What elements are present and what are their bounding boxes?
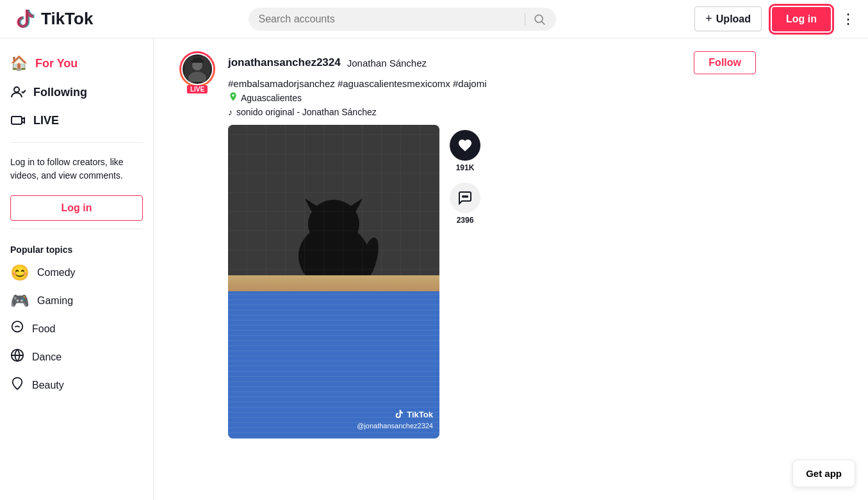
- search-input[interactable]: [259, 13, 517, 25]
- video-sound: ♪ sonido original - Jonathan Sánchez: [228, 107, 756, 117]
- live-badge: LIVE: [187, 85, 208, 93]
- more-button[interactable]: ⋮: [841, 11, 855, 28]
- author-username[interactable]: jonathansanchez2324: [228, 56, 341, 69]
- avatar-person-icon: [184, 56, 210, 82]
- topic-gaming-label: Gaming: [37, 295, 73, 307]
- music-note-icon: ♪: [228, 107, 233, 117]
- video-location: Aguascalientes: [228, 92, 756, 104]
- header-actions: + Upload Log in ⋮: [676, 6, 855, 31]
- plus-icon: +: [705, 12, 712, 26]
- topic-food-label: Food: [32, 323, 55, 335]
- more-icon: ⋮: [841, 11, 855, 28]
- sidebar-item-following[interactable]: Following: [0, 78, 153, 106]
- sidebar: 🏠 For You Following LIVE: [0, 38, 154, 500]
- food-icon: [10, 320, 24, 338]
- search-divider: [525, 13, 525, 26]
- search-button[interactable]: [533, 13, 546, 26]
- video-left: LIVE: [179, 51, 215, 439]
- logo-area: TikTok: [13, 8, 128, 31]
- comment-icon: [457, 190, 473, 206]
- svg-rect-9: [193, 58, 202, 63]
- tiktok-logo-icon: [13, 8, 36, 31]
- home-icon: 🏠: [10, 55, 28, 72]
- location-icon: [228, 92, 238, 104]
- sidebar-topic-food[interactable]: Food: [0, 315, 153, 343]
- main-content: LIVE jonathansanchez2324 Jonathan Sánche…: [154, 38, 868, 500]
- search-icon: [533, 13, 546, 26]
- svg-point-2: [14, 87, 19, 92]
- comedy-icon: 😊: [10, 264, 29, 282]
- sidebar-for-you-label: For You: [35, 57, 78, 70]
- sidebar-item-live[interactable]: LIVE: [0, 106, 153, 134]
- svg-point-19: [466, 196, 468, 197]
- gaming-icon: 🎮: [10, 292, 29, 310]
- video-author-row: jonathansanchez2324 Jonathan Sánchez Fol…: [228, 51, 756, 74]
- sidebar-divider-1: [10, 142, 143, 143]
- heart-icon: [457, 138, 473, 153]
- popular-topics-title: Popular topics: [0, 237, 153, 259]
- sidebar-topic-dance[interactable]: Dance: [0, 343, 153, 371]
- author-display-name: Jonathan Sánchez: [347, 58, 427, 69]
- location-text: Aguascalientes: [241, 93, 302, 103]
- comment-icon-circle: [450, 182, 480, 213]
- live-icon: [10, 113, 26, 128]
- topic-comedy-label: Comedy: [37, 267, 76, 278]
- avatar-inner: [181, 53, 213, 85]
- sidebar-following-label: Following: [33, 86, 87, 99]
- comment-count: 2396: [457, 216, 474, 225]
- logo-text: TikTok: [41, 9, 93, 29]
- get-app-button[interactable]: Get app: [792, 460, 855, 487]
- login-button[interactable]: Log in: [772, 7, 831, 31]
- tiktok-watermark-icon: [394, 409, 404, 419]
- svg-line-1: [541, 21, 545, 24]
- floor-strip: [228, 275, 439, 291]
- watermark-user-text: @jonathansanchez2324: [357, 422, 433, 430]
- video-hashtags: #embalsamadorjsanchez #aguascalientesmex…: [228, 78, 756, 89]
- comment-button[interactable]: 2396: [450, 182, 480, 225]
- video-card: LIVE jonathansanchez2324 Jonathan Sánche…: [179, 51, 756, 439]
- search-bar: [128, 8, 676, 31]
- sidebar-item-for-you[interactable]: 🏠 For You: [0, 49, 153, 78]
- sidebar-divider-2: [10, 229, 143, 229]
- video-thumbnail[interactable]: TikTok @jonathansanchez2324: [228, 125, 439, 439]
- video-actions: 191K 2396: [450, 125, 480, 225]
- sidebar-login-text: Log in to follow creators, like videos, …: [0, 150, 153, 188]
- watermark-app-text: TikTok: [407, 410, 433, 419]
- header: TikTok + Upload Log in ⋮: [0, 0, 868, 38]
- svg-rect-3: [12, 117, 22, 124]
- like-button[interactable]: 191K: [450, 130, 480, 172]
- pin-icon: [228, 92, 238, 102]
- search-input-wrapper: [249, 8, 556, 31]
- sidebar-topic-beauty[interactable]: Beauty: [0, 371, 153, 399]
- dance-icon: [10, 348, 24, 366]
- video-content-row: TikTok @jonathansanchez2324: [228, 125, 756, 439]
- page-body: 🏠 For You Following LIVE: [0, 38, 868, 500]
- beauty-icon: [10, 376, 24, 394]
- sidebar-live-label: LIVE: [33, 114, 59, 127]
- video-info: jonathansanchez2324 Jonathan Sánchez Fol…: [228, 51, 756, 439]
- watermark-user: @jonathansanchez2324: [357, 419, 433, 431]
- sidebar-login-button[interactable]: Log in: [10, 195, 143, 221]
- watermark: TikTok: [394, 409, 433, 419]
- sound-text: sonido original - Jonathan Sánchez: [236, 107, 377, 117]
- svg-point-18: [464, 196, 466, 197]
- tile-pattern: [228, 125, 439, 288]
- upload-label: Upload: [716, 13, 751, 25]
- like-icon-circle: [450, 130, 480, 161]
- following-icon: [10, 85, 26, 100]
- follow-button[interactable]: Follow: [694, 51, 756, 74]
- avatar[interactable]: LIVE: [179, 51, 215, 87]
- svg-point-17: [463, 196, 464, 197]
- topic-dance-label: Dance: [32, 351, 61, 363]
- upload-button[interactable]: + Upload: [694, 6, 762, 31]
- topic-beauty-label: Beauty: [32, 380, 64, 391]
- svg-point-0: [535, 15, 543, 22]
- like-count: 191K: [456, 163, 475, 172]
- sidebar-topic-gaming[interactable]: 🎮 Gaming: [0, 287, 153, 315]
- sidebar-topic-comedy[interactable]: 😊 Comedy: [0, 259, 153, 287]
